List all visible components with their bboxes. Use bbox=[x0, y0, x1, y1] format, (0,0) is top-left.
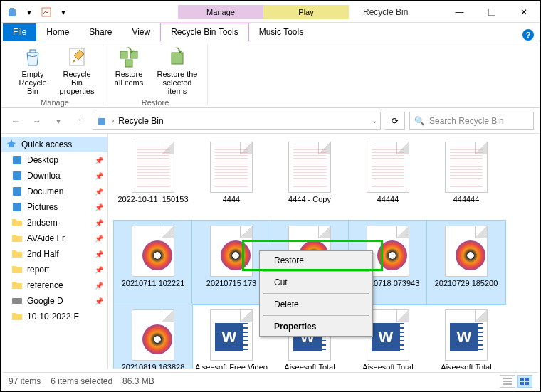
svg-rect-10 bbox=[98, 118, 105, 125]
qat-properties[interactable] bbox=[38, 4, 54, 20]
empty-recycle-bin-button[interactable]: Empty Recycle Bin bbox=[11, 44, 54, 97]
address-dropdown[interactable]: ⌄ bbox=[372, 117, 377, 125]
sidebar-item-label: 2ndsem- bbox=[27, 218, 61, 228]
navigation-pane[interactable]: Quick accessDesktop📌Downloa📌Documen📌Pict… bbox=[1, 134, 108, 369]
minimize-button[interactable]: — bbox=[443, 2, 476, 22]
sidebar-item[interactable]: 2nd Half📌 bbox=[1, 246, 107, 262]
file-item[interactable]: 44444 bbox=[349, 137, 427, 221]
folder-icon bbox=[11, 248, 23, 260]
svg-rect-19 bbox=[525, 382, 529, 385]
file-item[interactable]: 20210819 163828 bbox=[114, 304, 192, 369]
svg-rect-8 bbox=[125, 60, 132, 67]
sidebar-item[interactable]: 2ndsem-📌 bbox=[1, 215, 107, 231]
contextual-tab-manage[interactable]: Manage bbox=[178, 5, 263, 19]
ctx-delete[interactable]: Delete bbox=[260, 295, 372, 314]
tab-view[interactable]: View bbox=[122, 23, 160, 41]
sidebar-item[interactable]: AVAide Fr📌 bbox=[1, 231, 107, 246]
details-view-button[interactable] bbox=[500, 375, 515, 388]
qat-dropdown[interactable]: ▾ bbox=[21, 4, 37, 20]
group-manage-label: Manage bbox=[41, 97, 69, 107]
file-icon bbox=[128, 139, 178, 195]
qat-dropdown-2[interactable]: ▾ bbox=[56, 4, 71, 20]
svg-rect-1 bbox=[10, 8, 14, 9]
sidebar-item-label: 10-10-2022-F bbox=[27, 312, 79, 322]
file-icon bbox=[128, 307, 178, 363]
pin-icon: 📌 bbox=[95, 297, 103, 305]
navigation-bar: ← → ▾ ↑ › Recycle Bin ⌄ ⟳ 🔍 Search Recyc… bbox=[1, 108, 540, 134]
refresh-button[interactable]: ⟳ bbox=[385, 112, 405, 130]
folder-icon bbox=[11, 280, 23, 291]
tab-home[interactable]: Home bbox=[36, 23, 79, 41]
file-icon: W bbox=[441, 307, 491, 363]
document-icon bbox=[11, 186, 23, 197]
pin-icon: 📌 bbox=[95, 266, 103, 274]
svg-rect-12 bbox=[13, 171, 21, 180]
sidebar-item[interactable]: Google D📌 bbox=[1, 293, 107, 309]
file-item[interactable]: 20210729 185200 bbox=[427, 221, 505, 304]
file-item[interactable]: 2022-10-11_150153 bbox=[114, 137, 192, 221]
sidebar-item[interactable]: report📌 bbox=[1, 262, 107, 277]
properties-icon bbox=[65, 46, 88, 68]
restore-all-button[interactable]: Restore all items bbox=[107, 44, 150, 97]
title-bar: ▾ ▾ Manage Play Recycle Bin — ✕ bbox=[1, 1, 540, 23]
drive-icon bbox=[11, 295, 23, 307]
tab-music-tools[interactable]: Music Tools bbox=[249, 23, 313, 41]
file-item[interactable]: 4444 - Copy bbox=[270, 137, 349, 221]
file-item[interactable]: WAiseesoft Total Video Converter bbox=[427, 304, 505, 369]
download-icon bbox=[11, 170, 23, 181]
tab-file[interactable]: File bbox=[3, 23, 36, 41]
address-bar[interactable]: › Recycle Bin ⌄ bbox=[93, 112, 381, 130]
sidebar-item[interactable]: Pictures📌 bbox=[1, 199, 107, 215]
file-item[interactable]: 20210711 102221 bbox=[114, 221, 192, 304]
forward-button[interactable]: → bbox=[28, 112, 46, 129]
back-button[interactable]: ← bbox=[7, 112, 24, 129]
help-icon[interactable]: ? bbox=[522, 29, 534, 41]
sidebar-item-label: Google D bbox=[27, 296, 63, 306]
file-item[interactable]: 4444 bbox=[192, 137, 270, 221]
up-button[interactable]: ↑ bbox=[71, 112, 88, 129]
svg-rect-6 bbox=[120, 51, 127, 58]
status-selected-count: 6 items selected bbox=[51, 376, 112, 386]
window-title: Recycle Bin bbox=[363, 7, 408, 17]
ctx-cut[interactable]: Cut bbox=[260, 273, 372, 292]
maximize-button[interactable] bbox=[476, 2, 508, 22]
file-icon bbox=[206, 139, 256, 195]
sidebar-item[interactable]: Downloa📌 bbox=[1, 168, 107, 184]
restore-all-icon bbox=[117, 46, 140, 68]
tab-recycle-bin-tools[interactable]: Recycle Bin Tools bbox=[160, 23, 249, 41]
search-icon: 🔍 bbox=[414, 116, 425, 126]
status-item-count: 97 items bbox=[9, 376, 41, 386]
file-label: Aiseesoft Total Video Converter bbox=[352, 363, 424, 369]
sidebar-item[interactable]: Quick access bbox=[1, 137, 107, 152]
file-icon bbox=[206, 223, 256, 279]
sidebar-item[interactable]: Documen📌 bbox=[1, 184, 107, 199]
sidebar-item[interactable]: reference📌 bbox=[1, 277, 107, 293]
pin-icon: 📌 bbox=[95, 203, 103, 211]
file-label: Aiseesoft Free Video Editor bbox=[195, 363, 268, 369]
recycle-bin-properties-button[interactable]: Recycle Bin properties bbox=[56, 44, 98, 97]
ctx-restore[interactable]: Restore bbox=[260, 251, 372, 270]
group-restore-label: Restore bbox=[142, 97, 169, 107]
sidebar-item-label: Quick access bbox=[21, 139, 72, 149]
search-input[interactable]: 🔍 Search Recycle Bin bbox=[409, 112, 534, 130]
file-label: 20210715 173 bbox=[206, 279, 256, 288]
file-label: Aiseesoft Total Video Converter bbox=[430, 363, 503, 369]
contextual-tab-play[interactable]: Play bbox=[263, 5, 349, 19]
pin-icon: 📌 bbox=[95, 157, 103, 164]
file-icon bbox=[363, 139, 413, 195]
sidebar-item[interactable]: Desktop📌 bbox=[1, 152, 107, 168]
restore-selected-button[interactable]: Restore the selected items bbox=[152, 44, 203, 97]
file-icon: W bbox=[206, 307, 256, 363]
file-item[interactable]: 444444 bbox=[427, 137, 505, 221]
recent-locations[interactable]: ▾ bbox=[50, 112, 67, 129]
svg-rect-9 bbox=[172, 53, 183, 64]
ctx-properties[interactable]: Properties bbox=[260, 317, 372, 336]
sidebar-item[interactable]: 10-10-2022-F bbox=[1, 309, 107, 324]
sidebar-item-label: report bbox=[27, 265, 49, 275]
qat-recycle-icon[interactable] bbox=[4, 4, 20, 20]
tab-share[interactable]: Share bbox=[79, 23, 122, 41]
close-button[interactable]: ✕ bbox=[508, 2, 540, 22]
file-label: 44444 bbox=[377, 195, 399, 204]
file-label: 4444 - Copy bbox=[288, 195, 331, 204]
icons-view-button[interactable] bbox=[517, 375, 532, 388]
